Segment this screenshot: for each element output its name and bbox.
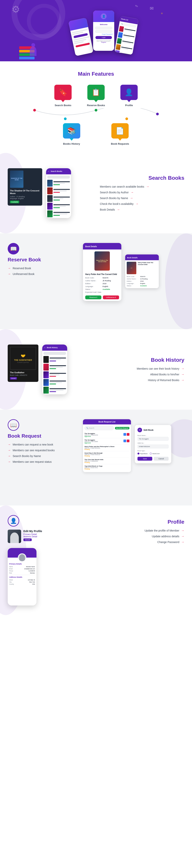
history-features: → Members can see their book history → A… (100, 367, 184, 382)
edit-book-title: Edit Book (144, 429, 154, 431)
book-code-value: 553479 (103, 277, 108, 279)
search-books-heading: Search Books (100, 175, 184, 181)
connector-svg (19, 108, 173, 122)
book-requests-bubble: 📄 (111, 123, 129, 138)
feature-book-requests: 📄 Book Requests (111, 123, 129, 145)
edit-isbn-input[interactable]: 9788879553344 (137, 444, 169, 448)
svg-point-1 (95, 109, 97, 112)
arrow-icon-p3: → (181, 540, 184, 544)
edit-save-button[interactable]: Save (137, 457, 152, 461)
request-item-5: The Clue that Shook India ISBN No: 97868… (84, 458, 130, 464)
reserve-book-section: 📖 Reserve Book → Reserved Book → UnReser… (0, 234, 192, 329)
hero-phone-2: 👤 Welcome Forgot Password? Login Don't h… (93, 10, 114, 51)
reserve-books-bubble: 📋 (87, 85, 105, 100)
search-book-card: SHADOW OF THE BONE The Shadow Of The Cre… (8, 168, 42, 206)
new-request-button[interactable]: New Book Request (115, 427, 130, 429)
profile-right: Profile → Update the profile of Member →… (100, 515, 184, 544)
feature-profile: 👤 Profile (120, 85, 138, 107)
history-feature-1: → Members can see their book history (100, 367, 184, 370)
request-item-1: The Scroggies ISBN No: 9788642259 Approv… (84, 432, 130, 438)
features-bottom-row: 📚 Books History 📄 Book Requests (8, 123, 184, 145)
edit-btn-1[interactable] (124, 433, 126, 436)
arrow-icon-3: → (130, 196, 133, 200)
book-requests-icon: 📄 (116, 127, 124, 135)
profile-feature-3: → Change Password (100, 540, 184, 544)
edit-type-field: Book Type : PaperBack HardCover (137, 450, 169, 455)
profile-section: 👤 Edit My Profile Primary Detail Address… (0, 505, 192, 615)
hero-deco-envelope: ✉ (150, 6, 154, 11)
hero-deco-star: ★ (161, 11, 163, 15)
search-books-features: → Members can search available books → S… (100, 185, 184, 211)
arrow-icon-4: → (135, 202, 138, 206)
edit-book-name-input[interactable]: The Scroggies (137, 437, 169, 441)
godfather-code: Book Code: 43542272 (10, 374, 36, 376)
reserve-right: Book Details Harry Potter & The Cursed C… (83, 243, 184, 301)
book-details-title: Book Details (85, 245, 97, 248)
book-details-title-2: Book Details (127, 257, 138, 259)
back-arrow-icon: ← (48, 170, 50, 173)
book-request-section: 📖 Book Request → Members can request a n… (0, 410, 192, 505)
language-label: Language : (85, 285, 103, 287)
profile-avatar (18, 553, 26, 562)
feature-books-history: 📚 Books History (63, 123, 80, 145)
author-value: Jk Rowling (103, 280, 111, 282)
reserve-book-heading: Reserve Book (8, 257, 41, 263)
request-item-6: Yog Inded Book on Yoga ISBN No: 64536746… (84, 464, 130, 471)
search-feature-3: → Search Books by Name (100, 196, 184, 200)
book-details-phone-card: Book Details Harry Potter & The Cursed C… (83, 243, 121, 301)
profile-feature-1: → Update the profile of Member (100, 529, 184, 532)
reserve-feature-2: → UnReserved Book (8, 272, 75, 276)
search-feature-5: → Book Details (100, 208, 184, 211)
godfather-title-text: The Godfather (10, 371, 36, 374)
svg-point-4 (126, 118, 128, 120)
hp-cover-small: H.P. (127, 262, 136, 274)
feature-reserve-books: 📋 Reserve Books (87, 85, 105, 107)
edit-cancel-button[interactable]: Cancel (154, 457, 169, 461)
delete-btn-1[interactable] (127, 433, 130, 436)
reserve-features: → Reserved Book → UnReserved Book (8, 267, 75, 276)
hero-phone-3: Book List 🔍 (114, 16, 139, 55)
person-silhouette (30, 46, 36, 56)
search-books-label: Search Books (55, 104, 72, 107)
reserve-books-label: Reserve Books (87, 104, 105, 107)
books-history-bubble: 📚 (63, 123, 80, 138)
godfather-cover-img: 🤝 The Godfather CLASSIC QUOTES (10, 347, 36, 370)
profile-address-section: Address Details (9, 576, 35, 578)
delete-btn-2[interactable] (127, 439, 130, 442)
profile-user-photo (8, 530, 21, 543)
arrow-icon-p1: → (181, 529, 184, 532)
request-feature-2: → Members can see requested books (8, 448, 75, 452)
search-books-section: SHADOW OF THE BONE The Shadow Of The Cre… (0, 153, 192, 234)
paperback-radio[interactable]: PaperBack (137, 453, 147, 455)
unreserve-button[interactable]: UnReserve it (103, 296, 119, 299)
search-phone-mock: ← Search Books (46, 168, 71, 218)
edit-btn-2[interactable] (124, 439, 126, 442)
hero-phone-1 (68, 18, 93, 56)
search-books-icon: 🔖 (59, 88, 67, 96)
author-label: Author Name : (85, 280, 103, 282)
status-value: Available (103, 288, 110, 290)
request-features: → Members can request a new book → Membe… (8, 443, 75, 464)
book-history-section: 🤝 The Godfather CLASSIC QUOTES The Godfa… (0, 329, 192, 410)
profile-feature-2: → Update address details (100, 535, 184, 538)
profile-left: 👤 Edit My Profile Primary Detail Address… (8, 515, 92, 606)
arrow-icon-p2: → (181, 535, 184, 538)
status-label: Status : (85, 288, 103, 290)
request-icon-circle: 📖 (8, 419, 19, 431)
gear-icon: ⚙ (11, 4, 20, 15)
book-name-row: Harry Potter And The Cursed Child (85, 273, 119, 275)
edition-value: 2018 (103, 283, 106, 284)
hardcover-radio[interactable]: HardCover (150, 453, 160, 455)
arrow-icon-req1: → (8, 443, 11, 446)
request-feature-1: → Members can request a new book (8, 443, 75, 446)
godfather-status: Issued (10, 377, 17, 380)
request-item-4: Good Day is Not Enough ISBN No: 97868795… (84, 451, 130, 458)
reserve-button[interactable]: Reserve it (85, 296, 101, 299)
request-feature-3: → Search Books by Name (8, 454, 75, 458)
history-left: 🤝 The Godfather CLASSIC QUOTES The Godfa… (8, 344, 92, 394)
history-phone-mock: ← Book History (42, 344, 67, 394)
edition-label: Edition : (85, 283, 103, 284)
arrow-icon-2: → (131, 191, 134, 194)
arrow-icon-h2: → (181, 373, 184, 376)
godfather-icon: 🤝 (21, 353, 26, 358)
